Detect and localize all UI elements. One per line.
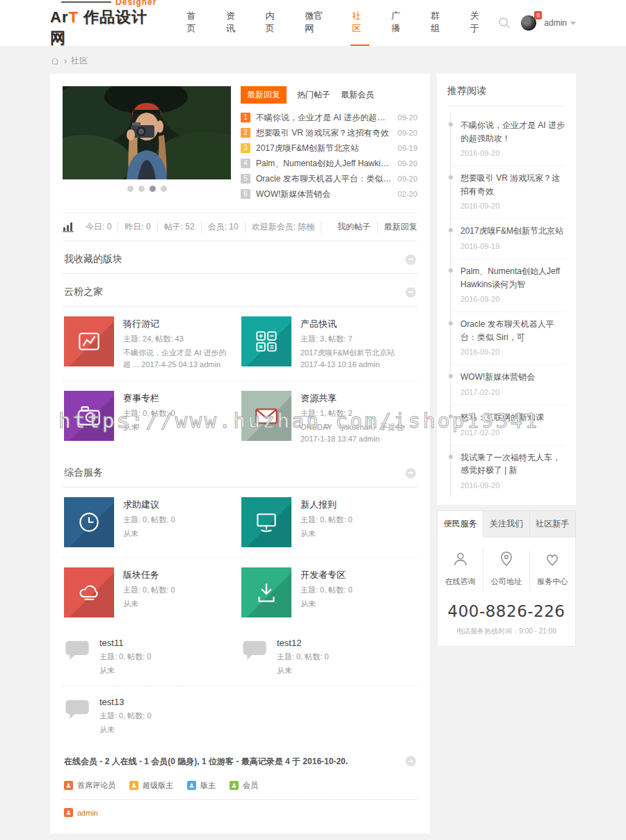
news-title[interactable]: 想要吸引 VR 游戏玩家？这招有奇效 <box>256 127 392 139</box>
forum-name[interactable]: test12 <box>277 638 329 648</box>
my-posts-link[interactable]: 我的帖子 <box>331 221 378 233</box>
news-item[interactable]: 6 WOW!新媒体营销会 02-20 <box>241 186 417 202</box>
online-user-name[interactable]: admin <box>77 809 98 817</box>
forum-name[interactable]: 资源共享 <box>300 392 410 405</box>
quick-label[interactable]: 服务中心 <box>530 576 575 587</box>
forum-name[interactable]: 求助建议 <box>123 499 175 511</box>
nav-item-about[interactable]: 关于 <box>469 0 488 46</box>
tab-latest-replies[interactable]: 最新回复 <box>241 86 287 104</box>
forum-card-riding[interactable]: 骑行游记 主题: 24, 帖数: 43 不瞒你说，企业才是 AI 进步的超 ..… <box>63 307 240 380</box>
collapse-icon[interactable] <box>406 287 416 298</box>
home-icon[interactable] <box>50 56 60 66</box>
breadcrumb-current[interactable]: 社区 <box>71 55 88 67</box>
recommend-item[interactable]: 2017虎嗅F&M创新节北京站 2016-09-19 <box>451 219 565 259</box>
stat-welcome[interactable]: 欢迎新会员: 陈楠 <box>246 221 322 233</box>
forum-name[interactable]: 赛事专栏 <box>123 392 175 405</box>
news-title[interactable]: WOW!新媒体营销会 <box>256 188 392 200</box>
collapse-icon[interactable] <box>406 756 416 766</box>
forum-name[interactable]: 产品快讯 <box>300 318 410 330</box>
forum-name[interactable]: 骑行游记 <box>123 318 233 330</box>
quick-label[interactable]: 公司地址 <box>483 576 529 587</box>
news-item[interactable]: 2 想要吸引 VR 游戏玩家？这招有奇效 09-20 <box>241 125 417 140</box>
hotline-number[interactable]: 400-8826-226 <box>438 602 575 620</box>
recommend-item[interactable]: Oracle 发布聊天机器人平台：类似 Siri，可 2016-09-20 <box>451 312 565 365</box>
news-item[interactable]: 5 Oracle 发布聊天机器人平台：类似Siri，可进行语音对 09-20 <box>241 171 417 186</box>
recommend-item-title[interactable]: 2017虎嗅F&M创新节北京站 <box>460 225 565 238</box>
recommend-item-title[interactable]: 我试乘了一次福特无人车，感觉好极了 | 新 <box>460 451 565 477</box>
online-consult-button[interactable]: 在线咨询 <box>438 549 483 591</box>
carousel-image[interactable] <box>63 86 231 179</box>
forum-card-test13[interactable]: test13 主题: 0, 帖数: 0 从未 <box>63 686 240 745</box>
user-menu[interactable]: 8 admin <box>521 15 576 31</box>
company-address-button[interactable]: 公司地址 <box>483 549 529 591</box>
recommend-item-title[interactable]: 不瞒你说，企业才是 AI 进步的超强助攻！ <box>460 119 565 145</box>
section-title[interactable]: 云粉之家 <box>64 286 103 298</box>
collapse-icon[interactable] <box>406 468 416 478</box>
search-icon[interactable] <box>497 16 511 30</box>
recommend-item-title[interactable]: Oracle 发布聊天机器人平台：类似 Siri，可 <box>460 318 565 344</box>
forum-name[interactable]: test13 <box>99 697 152 707</box>
username[interactable]: admin <box>544 18 567 28</box>
forum-card-test12[interactable]: test12 主题: 0, 帖数: 0 从未 <box>240 627 417 686</box>
collapse-icon[interactable] <box>406 255 416 265</box>
service-center-button[interactable]: 服务中心 <box>529 549 575 591</box>
nav-item-pages[interactable]: 内页 <box>264 0 283 46</box>
latest-reply-link[interactable]: 最新回复 <box>378 221 417 233</box>
news-title[interactable]: Palm、Numenta创始人Jeff Hawkins谈何为智能？ <box>256 158 392 170</box>
site-logo[interactable]: Designer ArT 作品设计网 <box>50 0 156 46</box>
notification-badge[interactable]: 8 <box>534 11 542 19</box>
news-title[interactable]: Oracle 发布聊天机器人平台：类似Siri，可进行语音对 <box>256 173 392 185</box>
forum-name[interactable]: test11 <box>99 638 152 648</box>
nav-item-broadcast[interactable]: 广播 <box>390 0 409 46</box>
tab-new-members[interactable]: 最新会员 <box>341 89 374 101</box>
carousel[interactable] <box>63 86 231 202</box>
quick-label[interactable]: 在线咨询 <box>438 576 483 587</box>
tab-community-novice[interactable]: 社区新手 <box>530 510 576 538</box>
news-item[interactable]: 1 不瞒你说，企业才是 AI 进步的超强助攻！ 09-20 <box>241 110 417 125</box>
recommend-item[interactable]: 想要吸引 VR 游戏玩家？这招有奇效 2016-09-20 <box>451 166 565 219</box>
forum-name[interactable]: 新人报到 <box>300 499 353 511</box>
news-item[interactable]: 3 2017虎嗅F&M创新节北京站 09-19 <box>241 140 417 156</box>
recommend-item-title[interactable]: WOW!新媒体营销会 <box>460 371 565 384</box>
forum-card-help[interactable]: 求助建议 主题: 0, 帖数: 0 从未 <box>63 487 240 557</box>
forum-name[interactable]: 版块任务 <box>123 569 175 581</box>
forum-card-test11[interactable]: test11 主题: 0, 帖数: 0 从未 <box>63 627 240 686</box>
recommend-item[interactable]: 怒马：互联网的新知课 2017-02-20 <box>451 405 565 446</box>
forum-lastpost[interactable]: 不瞒你说，企业才是 AI 进步的超 ... 2017-4-25 04:13 ad… <box>123 347 233 371</box>
recommend-item[interactable]: 我试乘了一次福特无人车，感觉好极了 | 新 2016-09-20 <box>451 446 565 498</box>
recommend-item[interactable]: Palm、Numenta创始人Jeff Hawkins谈何为智 2016-09-… <box>451 259 565 312</box>
nav-item-groups[interactable]: 群组 <box>429 0 448 46</box>
recommend-item-title[interactable]: Palm、Numenta创始人Jeff Hawkins谈何为智 <box>460 265 565 291</box>
nav-item-home[interactable]: 首页 <box>185 0 204 46</box>
section-title[interactable]: 我收藏的版块 <box>64 253 122 266</box>
tab-follow-us[interactable]: 关注我们 <box>483 510 529 538</box>
recommend-item[interactable]: WOW!新媒体营销会 2017-02-20 <box>451 365 565 405</box>
forum-card-tasks[interactable]: 版块任务 主题: 0, 帖数: 0 从未 <box>63 558 240 627</box>
tab-hot-posts[interactable]: 热门帖子 <box>297 89 330 101</box>
forum-card-developers[interactable]: 开发者专区 主题: 0, 帖数: 0 从未 <box>240 558 417 627</box>
nav-item-community[interactable]: 社区 <box>351 0 369 46</box>
forum-card-newcomers[interactable]: 新人报到 主题: 0, 帖数: 0 从未 <box>240 487 417 557</box>
recommend-item[interactable]: 不瞒你说，企业才是 AI 进步的超强助攻！ 2016-09-20 <box>451 113 565 166</box>
section-title[interactable]: 综合服务 <box>64 467 103 479</box>
carousel-dot-4[interactable] <box>161 186 167 192</box>
carousel-dot-2[interactable] <box>138 186 145 192</box>
forum-card-product-news[interactable]: 产品快讯 主题: 3, 帖数: 7 2017虎嗅F&M创新节北京站 2017-4… <box>240 307 417 380</box>
nav-item-microsite[interactable]: 微官网 <box>303 0 330 46</box>
chevron-down-icon[interactable] <box>570 22 576 25</box>
news-title[interactable]: 2017虎嗅F&M创新节北京站 <box>256 143 392 154</box>
forum-card-events[interactable]: 赛事专栏 主题: 0, 帖数: 0 从未 <box>63 381 240 455</box>
recommend-item-title[interactable]: 想要吸引 VR 游戏玩家？这招有奇效 <box>460 172 565 197</box>
nav-item-news[interactable]: 资讯 <box>225 0 243 46</box>
forum-name[interactable]: 开发者专区 <box>300 569 353 581</box>
forum-lastpost[interactable]: 2017虎嗅F&M创新节北京站 2017-4-13 10:16 admin <box>300 347 410 371</box>
carousel-dot-1[interactable] <box>127 186 134 192</box>
online-user-admin[interactable]: admin <box>64 808 98 817</box>
tab-convenient-service[interactable]: 便民服务 <box>437 510 483 538</box>
forum-lastpost[interactable]: ONEDAY 《jokulman》手提包 2017-1-18 13:47 adm… <box>300 421 410 445</box>
recommend-item-title[interactable]: 怒马：互联网的新知课 <box>460 411 565 424</box>
carousel-dot-3[interactable] <box>150 186 156 192</box>
news-item[interactable]: 4 Palm、Numenta创始人Jeff Hawkins谈何为智能？ 09-2… <box>241 156 417 171</box>
forum-card-resources[interactable]: 资源共享 主题: 1, 帖数: 2 ONEDAY 《jokulman》手提包 2… <box>240 381 417 455</box>
news-title[interactable]: 不瞒你说，企业才是 AI 进步的超强助攻！ <box>256 112 392 124</box>
